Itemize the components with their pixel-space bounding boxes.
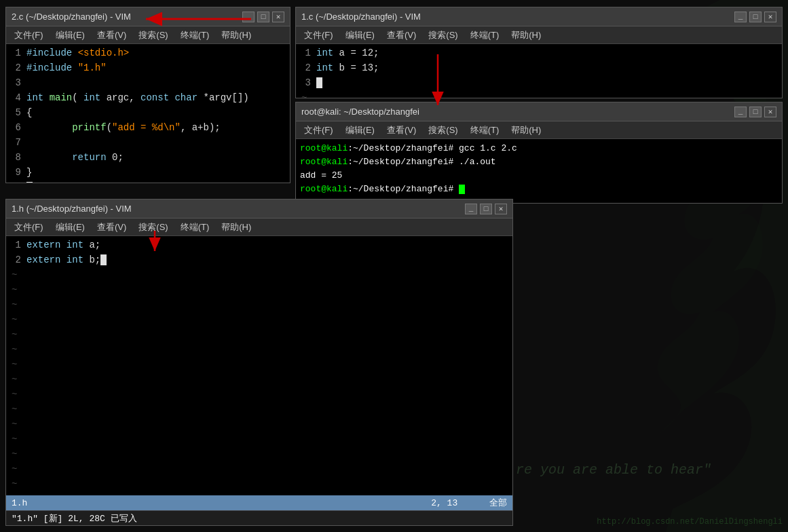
menu-term-help[interactable]: 帮助(H) xyxy=(506,123,546,138)
code-line-6: 6 printf("add = %d\n", a+b); xyxy=(6,120,290,135)
terminal-line-2: root@kali:~/Desktop/zhangfei# ./a.out xyxy=(300,155,778,169)
menu-1c-help[interactable]: 帮助(H) xyxy=(506,28,546,43)
vim-1h-menubar: 文件(F) 编辑(E) 查看(V) 搜索(S) 终端(T) 帮助(H) xyxy=(6,218,512,236)
vim-2c-controls: _ □ ✕ xyxy=(242,12,284,22)
code-line-3: 3 xyxy=(6,75,290,90)
vim-2c-minimize[interactable]: _ xyxy=(242,12,255,22)
vim-1c-editor[interactable]: 1 int a = 12; 2 int b = 13; 3 ~ xyxy=(296,44,782,98)
vim-1c-titlebar: 1.c (~/Desktop/zhangfei) - VIM _ □ ✕ xyxy=(296,7,782,26)
terminal-line-3: add = 25 xyxy=(300,169,778,183)
vim-2c-title: 2.c (~/Desktop/zhangfei) - VIM xyxy=(12,12,131,22)
terminal-minimize[interactable]: _ xyxy=(734,107,747,117)
vim-2c-maximize[interactable]: □ xyxy=(257,12,269,22)
vim-2c-titlebar: 2.c (~/Desktop/zhangfei) - VIM _ □ ✕ xyxy=(6,7,290,26)
kali-tagline-right: re you are able to hear" xyxy=(516,462,711,478)
vim-2c-menubar: 文件(F) 编辑(E) 查看(V) 搜索(S) 终端(T) 帮助(H) xyxy=(6,26,290,44)
1h-line-2: 2 extern int b; xyxy=(6,252,512,267)
vim-1h-controls: _ □ ✕ xyxy=(465,204,507,214)
vim-1c-code: 1 int a = 12; 2 int b = 13; 3 ~ xyxy=(296,44,782,98)
menu-1h-file[interactable]: 文件(F) xyxy=(9,220,49,235)
terminal-line-1: root@kali:~/Desktop/zhangfei# gcc 1.c 2.… xyxy=(300,142,778,155)
menu-terminal[interactable]: 终端(T) xyxy=(175,28,215,43)
terminal-line-4: root@kali:~/Desktop/zhangfei# xyxy=(300,183,778,196)
vim-1h-window: 1.h (~/Desktop/zhangfei) - VIM _ □ ✕ 文件(… xyxy=(5,199,513,526)
vim-1c-maximize[interactable]: □ xyxy=(749,12,762,22)
menu-term-terminal[interactable]: 终端(T) xyxy=(465,123,505,138)
vim-1h-titlebar: 1.h (~/Desktop/zhangfei) - VIM _ □ ✕ xyxy=(6,200,512,218)
vim-1c-title: 1.c (~/Desktop/zhangfei) - VIM xyxy=(301,12,421,22)
1c-line-2: 2 int b = 13; xyxy=(296,60,782,75)
vim-1h-maximize[interactable]: □ xyxy=(480,204,492,214)
menu-term-file[interactable]: 文件(F) xyxy=(299,123,339,138)
vim-2c-close[interactable]: ✕ xyxy=(272,12,284,22)
vim-2c-editor[interactable]: 1 #include <stdio.h> 2 #include "1.h" 3 … xyxy=(6,44,290,183)
code-line-1: 1 #include <stdio.h> xyxy=(6,45,290,60)
1h-line-1: 1 extern int a; xyxy=(6,238,512,252)
menu-file[interactable]: 文件(F) xyxy=(9,28,49,43)
code-line-8: 8 return 0; xyxy=(6,150,290,165)
code-line-10: 10 xyxy=(6,180,290,183)
menu-1c-edit[interactable]: 编辑(E) xyxy=(340,28,380,43)
code-line-2: 2 #include "1.h" xyxy=(6,60,290,75)
vim-1h-editor[interactable]: 1 extern int a; 2 extern int b; ~ ~ ~ ~ … xyxy=(6,236,512,495)
terminal-window: root@kali: ~/Desktop/zhangfei _ □ ✕ 文件(F… xyxy=(295,102,783,204)
menu-term-edit[interactable]: 编辑(E) xyxy=(340,123,380,138)
code-line-7: 7 xyxy=(6,135,290,150)
vim-1c-menubar: 文件(F) 编辑(E) 查看(V) 搜索(S) 终端(T) 帮助(H) xyxy=(296,26,782,44)
menu-view[interactable]: 查看(V) xyxy=(92,28,132,43)
menu-1h-view[interactable]: 查看(V) xyxy=(92,220,132,235)
vim-1c-controls: _ □ ✕ xyxy=(734,12,776,22)
vim-1h-write-msg: "1.h" [新] 2L, 28C 已写入 xyxy=(12,512,137,525)
code-line-5: 5 { xyxy=(6,105,290,120)
vim-1h-statusbar-pos: 2, 13 全部 xyxy=(431,497,507,509)
terminal-close[interactable]: ✕ xyxy=(764,107,776,117)
terminal-titlebar: root@kali: ~/Desktop/zhangfei _ □ ✕ xyxy=(296,102,782,121)
menu-1c-search[interactable]: 搜索(S) xyxy=(423,28,463,43)
menu-edit[interactable]: 编辑(E) xyxy=(50,28,90,43)
menu-help[interactable]: 帮助(H) xyxy=(216,28,257,43)
vim-1h-title: 1.h (~/Desktop/zhangfei) - VIM xyxy=(12,204,132,214)
code-line-4: 4 int main( int argc, const char *argv[]… xyxy=(6,90,290,105)
vim-2c-code: 1 #include <stdio.h> 2 #include "1.h" 3 … xyxy=(6,44,290,183)
terminal-title: root@kali: ~/Desktop/zhangfei xyxy=(301,107,419,117)
kali-url: http://blog.csdn.net/DanielDingshengli xyxy=(597,517,783,527)
vim-1h-code: 1 extern int a; 2 extern int b; ~ ~ ~ ~ … xyxy=(6,236,512,495)
menu-1h-search[interactable]: 搜索(S) xyxy=(133,220,173,235)
vim-1h-statusbar: 1.h 2, 13 全部 xyxy=(6,495,512,510)
code-line-9: 9 } xyxy=(6,165,290,180)
vim-1c-window: 1.c (~/Desktop/zhangfei) - VIM _ □ ✕ 文件(… xyxy=(295,7,783,98)
terminal-maximize[interactable]: □ xyxy=(749,107,762,117)
menu-1h-edit[interactable]: 编辑(E) xyxy=(50,220,90,235)
menu-1h-terminal[interactable]: 终端(T) xyxy=(175,220,215,235)
vim-1h-bottom-statusbar: "1.h" [新] 2L, 28C 已写入 xyxy=(6,510,512,525)
vim-2c-window: 2.c (~/Desktop/zhangfei) - VIM _ □ ✕ 文件(… xyxy=(5,7,290,183)
menu-term-search[interactable]: 搜索(S) xyxy=(423,123,463,138)
menu-1c-terminal[interactable]: 终端(T) xyxy=(465,28,505,43)
vim-1c-close[interactable]: ✕ xyxy=(764,12,776,22)
menu-term-view[interactable]: 查看(V) xyxy=(381,123,421,138)
menu-search[interactable]: 搜索(S) xyxy=(133,28,173,43)
terminal-output-area[interactable]: root@kali:~/Desktop/zhangfei# gcc 1.c 2.… xyxy=(296,139,782,203)
vim-1h-statusbar-name: 1.h xyxy=(12,498,27,508)
vim-1c-minimize[interactable]: _ xyxy=(734,12,747,22)
menu-1h-help[interactable]: 帮助(H) xyxy=(216,220,257,235)
terminal-controls: _ □ ✕ xyxy=(734,107,776,117)
1c-line-3: 3 xyxy=(296,75,782,90)
vim-1h-minimize[interactable]: _ xyxy=(465,204,477,214)
menu-1c-view[interactable]: 查看(V) xyxy=(381,28,421,43)
terminal-menubar: 文件(F) 编辑(E) 查看(V) 搜索(S) 终端(T) 帮助(H) xyxy=(296,121,782,139)
1c-line-1: 1 int a = 12; xyxy=(296,45,782,60)
vim-1h-close[interactable]: ✕ xyxy=(495,204,507,214)
menu-1c-file[interactable]: 文件(F) xyxy=(299,28,339,43)
